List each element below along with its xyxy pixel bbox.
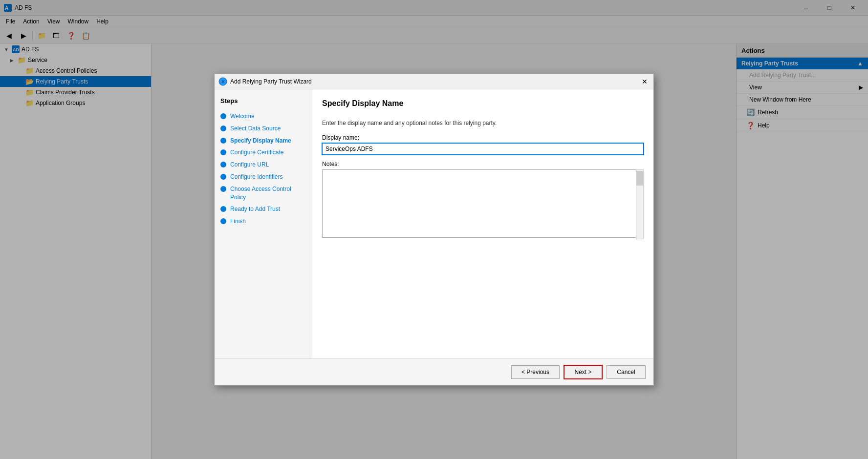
step-label-identifiers: Configure Identifiers xyxy=(230,173,282,181)
previous-button[interactable]: < Previous xyxy=(511,365,560,379)
display-name-input[interactable] xyxy=(322,143,644,155)
step-label-finish: Finish xyxy=(230,217,246,226)
step-label-url: Configure URL xyxy=(230,161,269,169)
step-configure-identifiers[interactable]: Configure Identifiers xyxy=(218,171,308,183)
step-dot-select xyxy=(220,125,226,131)
wizard-body: Steps Welcome Select Data Source Specify… xyxy=(215,89,653,358)
next-button[interactable]: Next > xyxy=(564,365,603,379)
step-choose-access-control[interactable]: Choose Access Control Policy xyxy=(218,183,308,204)
step-dot-display xyxy=(220,138,226,144)
step-label-access: Choose Access Control Policy xyxy=(230,185,306,202)
step-label-welcome: Welcome xyxy=(230,112,255,121)
step-specify-display-name[interactable]: Specify Display Name xyxy=(218,135,308,147)
step-label-ready: Ready to Add Trust xyxy=(230,205,280,213)
step-configure-cert[interactable]: Configure Certificate xyxy=(218,146,308,159)
step-label-display: Specify Display Name xyxy=(230,137,291,145)
step-dot-access xyxy=(220,186,226,192)
content-panel: Specify Display Name Enter the display n… xyxy=(312,89,653,358)
step-dot-identifiers xyxy=(220,174,226,180)
step-label-cert: Configure Certificate xyxy=(230,148,283,157)
steps-panel: Steps Welcome Select Data Source Specify… xyxy=(215,89,312,358)
wizard-footer: < Previous Next > Cancel xyxy=(215,358,653,385)
notes-scrollbar[interactable] xyxy=(636,169,644,239)
svg-point-5 xyxy=(221,80,224,83)
step-dot-url xyxy=(220,162,226,167)
step-dot-cert xyxy=(220,149,226,155)
step-ready-to-add[interactable]: Ready to Add Trust xyxy=(218,203,308,215)
notes-textarea[interactable] xyxy=(322,169,644,238)
wizard-icon xyxy=(218,77,227,86)
notes-label: Notes: xyxy=(322,161,644,167)
wizard-title-text: Add Relying Party Trust Wizard xyxy=(230,78,640,85)
step-dot-ready xyxy=(220,206,226,212)
wizard-title-bar: Add Relying Party Trust Wizard ✕ xyxy=(215,74,653,89)
step-label-select: Select Data Source xyxy=(230,125,281,133)
wizard-close-button[interactable]: ✕ xyxy=(640,77,650,86)
wizard-page-title: Specify Display Name xyxy=(322,99,644,112)
modal-overlay: Add Relying Party Trust Wizard ✕ Steps W… xyxy=(0,0,868,459)
display-name-label: Display name: xyxy=(322,134,644,141)
steps-title: Steps xyxy=(218,97,308,104)
step-configure-url[interactable]: Configure URL xyxy=(218,159,308,171)
step-select-data-source[interactable]: Select Data Source xyxy=(218,123,308,135)
notes-container xyxy=(322,169,644,239)
display-name-field-container: Display name: xyxy=(322,134,644,161)
wizard-dialog: Add Relying Party Trust Wizard ✕ Steps W… xyxy=(214,73,654,386)
cancel-button[interactable]: Cancel xyxy=(607,365,646,379)
step-dot-welcome xyxy=(220,113,226,119)
step-welcome[interactable]: Welcome xyxy=(218,110,308,123)
step-finish[interactable]: Finish xyxy=(218,215,308,228)
notes-field-container: Notes: xyxy=(322,161,644,239)
step-dot-finish xyxy=(220,218,226,224)
wizard-description: Enter the display name and any optional … xyxy=(322,120,644,126)
